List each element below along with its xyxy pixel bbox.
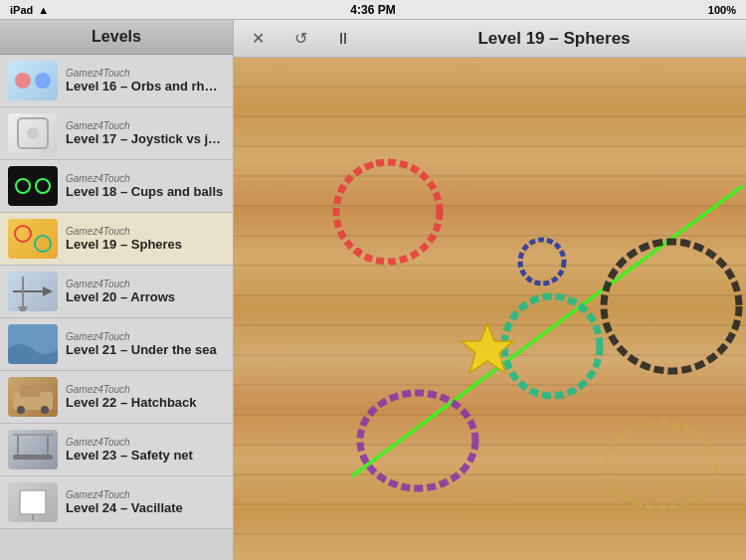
toolbar-title: Level 19 – Spheres	[372, 29, 736, 49]
level-name-19: Level 19 – Spheres	[66, 237, 225, 252]
level-info-16: Gamez4TouchLevel 16 – Orbs and rhomb	[66, 68, 225, 93]
sidebar: Levels Gamez4TouchLevel 16 – Orbs and rh…	[0, 20, 234, 560]
svg-line-24	[353, 187, 741, 475]
svg-point-3	[27, 127, 39, 139]
svg-point-26	[520, 240, 564, 283]
svg-marker-10	[43, 286, 53, 296]
svg-point-25	[336, 162, 440, 262]
time-display: 4:36 PM	[350, 3, 395, 17]
level-item-23[interactable]: Gamez4TouchLevel 23 – Safety net	[0, 424, 233, 476]
level-brand-18: Gamez4Touch	[66, 173, 225, 184]
level-thumb-19	[8, 219, 58, 259]
toolbar: ✕ ↺ ⏸ Level 19 – Spheres	[234, 20, 746, 58]
svg-point-0	[15, 73, 31, 89]
device-label: iPad	[10, 4, 33, 16]
level-name-22: Level 22 – Hatchback	[66, 395, 225, 410]
level-thumb-16	[8, 61, 58, 100]
level-name-17: Level 17 – Joystick vs joyp	[66, 131, 225, 146]
level-thumb-22	[8, 377, 58, 417]
svg-marker-12	[18, 306, 28, 311]
level-name-18: Level 18 – Cups and balls	[66, 184, 225, 199]
level-info-17: Gamez4TouchLevel 17 – Joystick vs joyp	[66, 120, 225, 146]
svg-rect-22	[20, 490, 46, 514]
svg-point-1	[35, 73, 51, 89]
wifi-icon: ▲	[38, 4, 49, 16]
close-button[interactable]: ✕	[244, 25, 272, 53]
level-brand-20: Gamez4Touch	[66, 279, 225, 289]
level-brand-23: Gamez4Touch	[66, 437, 225, 448]
svg-rect-18	[13, 455, 53, 460]
level-item-22[interactable]: Gamez4TouchLevel 22 – Hatchback	[0, 371, 233, 424]
level-item-19[interactable]: Gamez4TouchLevel 19 – Spheres	[0, 213, 233, 266]
level-name-24: Level 24 – Vacillate	[66, 500, 225, 515]
svg-point-7	[15, 226, 31, 242]
level-info-19: Gamez4TouchLevel 19 – Spheres	[66, 226, 225, 252]
svg-point-16	[17, 406, 25, 414]
svg-point-28	[604, 242, 739, 371]
level-brand-24: Gamez4Touch	[66, 489, 225, 500]
level-brand-19: Gamez4Touch	[66, 226, 225, 237]
main-content: ✕ ↺ ⏸ Level 19 – Spheres	[234, 20, 746, 560]
level-brand-22: Gamez4Touch	[66, 384, 225, 395]
level-item-21[interactable]: Gamez4TouchLevel 21 – Under the sea	[0, 318, 233, 371]
level-brand-17: Gamez4Touch	[66, 120, 225, 131]
level-name-16: Level 16 – Orbs and rhomb	[66, 79, 225, 93]
level-info-18: Gamez4TouchLevel 18 – Cups and balls	[66, 173, 225, 199]
svg-point-30	[607, 424, 716, 507]
svg-rect-15	[20, 385, 40, 397]
level-info-21: Gamez4TouchLevel 21 – Under the sea	[66, 331, 225, 357]
level-info-20: Gamez4TouchLevel 20 – Arrows	[66, 279, 225, 304]
level-name-21: Level 21 – Under the sea	[66, 342, 225, 357]
pause-button[interactable]: ⏸	[329, 25, 357, 53]
level-item-20[interactable]: Gamez4TouchLevel 20 – Arrows	[0, 266, 233, 318]
level-item-18[interactable]: Gamez4TouchLevel 18 – Cups and balls	[0, 160, 233, 213]
level-item-16[interactable]: Gamez4TouchLevel 16 – Orbs and rhomb	[0, 55, 233, 107]
app-container: Levels Gamez4TouchLevel 16 – Orbs and rh…	[0, 20, 746, 560]
svg-point-29	[360, 393, 475, 488]
level-info-22: Gamez4TouchLevel 22 – Hatchback	[66, 384, 225, 410]
game-canvas	[234, 58, 746, 560]
level-thumb-21	[8, 324, 58, 364]
game-svg	[234, 58, 746, 560]
level-thumb-18	[8, 166, 58, 206]
level-thumb-17	[8, 113, 58, 153]
refresh-button[interactable]: ↺	[286, 25, 314, 53]
svg-point-27	[504, 296, 600, 396]
level-name-20: Level 20 – Arrows	[66, 289, 225, 304]
svg-point-8	[35, 236, 51, 252]
svg-point-17	[41, 406, 49, 414]
level-info-24: Gamez4TouchLevel 24 – Vacillate	[66, 489, 225, 515]
level-brand-16: Gamez4Touch	[66, 68, 225, 79]
status-bar: iPad ▲ 4:36 PM 100%	[0, 0, 746, 20]
level-thumb-23	[8, 430, 58, 469]
sidebar-header: Levels	[0, 20, 233, 55]
level-item-17[interactable]: Gamez4TouchLevel 17 – Joystick vs joyp	[0, 107, 233, 160]
level-brand-21: Gamez4Touch	[66, 331, 225, 342]
level-name-23: Level 23 – Safety net	[66, 448, 225, 463]
level-item-24[interactable]: Gamez4TouchLevel 24 – Vacillate	[0, 476, 233, 529]
level-thumb-20	[8, 272, 58, 311]
battery-display: 100%	[708, 4, 736, 16]
level-thumb-24	[8, 482, 58, 522]
level-info-23: Gamez4TouchLevel 23 – Safety net	[66, 437, 225, 463]
